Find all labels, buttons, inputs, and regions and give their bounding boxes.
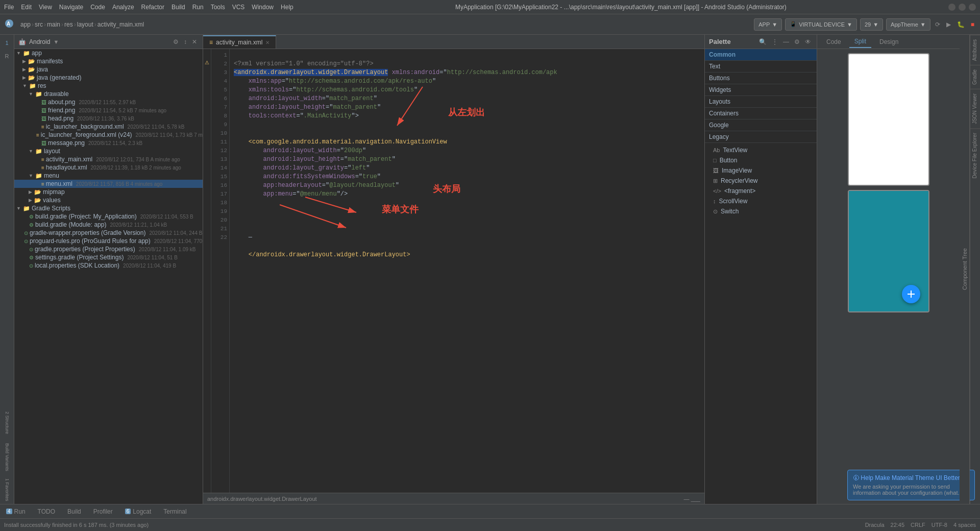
- panel-sort-btn[interactable]: ↕: [182, 38, 188, 46]
- tree-item-ic-fg-xml[interactable]: ≡ ic_launcher_foreground.xml (v24) 2020/…: [14, 131, 203, 139]
- palette-item-scrollview[interactable]: ↕ ScrollView: [705, 196, 817, 206]
- code-content[interactable]: <?xml version="1.0" encoding="utf-8"?> <…: [230, 49, 704, 493]
- tree-item-menu-folder[interactable]: ▼ 📁 menu: [14, 172, 203, 180]
- panel-close-btn[interactable]: ✕: [190, 38, 199, 46]
- preview-fab[interactable]: [902, 285, 920, 303]
- sidebar-icon-project[interactable]: 1: [1, 37, 13, 49]
- palette-cat-widgets[interactable]: Widgets: [705, 84, 817, 96]
- bottom-tab-run[interactable]: 4 Run: [4, 508, 28, 515]
- palette-cat-layouts[interactable]: Layouts: [705, 96, 817, 108]
- minimize-button[interactable]: —: [948, 4, 955, 11]
- palette-cat-buttons[interactable]: Buttons: [705, 73, 817, 84]
- maximize-button[interactable]: □: [959, 4, 966, 11]
- palette-cat-text[interactable]: Text: [705, 61, 817, 73]
- sync-btn[interactable]: ⟳: [934, 21, 942, 28]
- rv-tab-attributes[interactable]: Attributes: [970, 35, 980, 65]
- palette-minimize-btn[interactable]: —: [781, 38, 791, 46]
- breadcrumb-app[interactable]: app: [20, 21, 31, 28]
- rv-tab-gradle[interactable]: Gradle: [970, 65, 980, 89]
- palette-item-recyclerview[interactable]: ⊞ RecyclerView: [705, 176, 817, 186]
- menu-edit[interactable]: Edit: [21, 4, 32, 11]
- sidebar-icon-build[interactable]: Build Variants: [2, 439, 12, 475]
- run-config-btn[interactable]: APP ▼: [754, 18, 782, 31]
- tree-item-about-png[interactable]: 🖼 about.png 2020/8/12 11:55, 2.97 kB: [14, 98, 203, 106]
- tree-item-menu-xml[interactable]: ≡ menu.xml 2020/8/12 11:57, 816 B 4 minu…: [14, 180, 203, 188]
- tree-item-values[interactable]: ▶ 📂 values: [14, 196, 203, 204]
- tree-item-build-gradle-proj[interactable]: ⚙ build.gradle (Project: My_Application)…: [14, 212, 203, 221]
- close-button[interactable]: ✕: [969, 4, 976, 11]
- bottom-tab-terminal[interactable]: Terminal: [161, 508, 188, 515]
- tree-item-java-gen[interactable]: ▶ 📂 java (generated): [14, 74, 203, 82]
- palette-item-fragment[interactable]: </> <fragment>: [705, 186, 817, 196]
- sidebar-icon-favorites[interactable]: 1 Favorites: [2, 476, 12, 504]
- stop-btn[interactable]: ■: [969, 21, 976, 28]
- menu-code[interactable]: Code: [90, 4, 105, 11]
- tree-item-friend-png[interactable]: 🖼 friend.png 2020/8/12 11:54, 5.2 kB 7 m…: [14, 106, 203, 114]
- tree-item-layout-folder[interactable]: ▼ 📁 layout: [14, 147, 203, 155]
- sidebar-icon-structure[interactable]: 2 Structure: [2, 407, 12, 438]
- breadcrumb-file[interactable]: activity_main.xml: [97, 21, 144, 28]
- theme-btn[interactable]: AppTheme ▼: [886, 18, 930, 31]
- tree-item-res[interactable]: ▼ 📁 res: [14, 82, 203, 90]
- palette-menu-btn[interactable]: ⋮: [770, 38, 779, 46]
- tree-item-settings-gradle[interactable]: ⚙ settings.gradle (Project Settings) 202…: [14, 253, 203, 261]
- editor-tab-activity-main[interactable]: ≡ activity_main.xml ✕: [203, 35, 276, 49]
- palette-item-imageview[interactable]: 🖼 ImageView: [705, 165, 817, 176]
- tree-item-ic-bg-xml[interactable]: ≡ ic_launcher_background.xml 2020/8/12 1…: [14, 123, 203, 131]
- tree-item-gradle-scripts[interactable]: ▼ 📁 Gradle Scripts: [14, 204, 203, 212]
- palette-cat-common[interactable]: Common: [705, 49, 817, 61]
- breadcrumb-main[interactable]: main: [47, 21, 60, 28]
- menu-refactor[interactable]: Refactor: [141, 4, 164, 11]
- palette-eye-btn[interactable]: 👁: [803, 38, 813, 46]
- rv-tab-json[interactable]: JSON Viewer: [970, 89, 980, 128]
- menu-analyze[interactable]: Analyze: [112, 4, 134, 11]
- menu-window[interactable]: Window: [252, 4, 274, 11]
- tree-item-message-png[interactable]: 🖼 message.png 2020/8/12 11:54, 2.3 kB: [14, 139, 203, 147]
- rv-tab-device-files[interactable]: Device File Explorer: [970, 128, 980, 182]
- panel-gear-btn[interactable]: ⚙: [172, 38, 180, 46]
- api-level-btn[interactable]: 29 ▼: [860, 18, 883, 31]
- bottom-tab-todo[interactable]: TODO: [36, 508, 57, 515]
- palette-cat-legacy[interactable]: Legacy: [705, 131, 817, 143]
- breadcrumb-res[interactable]: res: [64, 21, 73, 28]
- tree-item-mipmap[interactable]: ▶ 📂 mipmap: [14, 188, 203, 196]
- breadcrumb-layout[interactable]: layout: [77, 21, 93, 28]
- menu-bar[interactable]: File Edit View Navigate Code Analyze Ref…: [4, 4, 293, 11]
- menu-tools[interactable]: Tools: [211, 4, 225, 11]
- palette-item-button[interactable]: □ Button: [705, 155, 817, 165]
- debug-btn[interactable]: 🐛: [955, 21, 966, 28]
- preview-tab-code[interactable]: Code: [821, 36, 846, 47]
- menu-navigate[interactable]: Navigate: [59, 4, 83, 11]
- tree-item-drawable[interactable]: ▼ 📁 drawable: [14, 90, 203, 98]
- tree-item-gradle-wrapper[interactable]: ⊙ gradle-wrapper.properties (Gradle Vers…: [14, 229, 203, 237]
- tree-item-headlayout[interactable]: ≡ headlayout.xml 2020/8/12 11:39, 1.18 k…: [14, 163, 203, 172]
- preview-tab-design[interactable]: Design: [874, 36, 903, 47]
- tree-item-java[interactable]: ▶ 📂 java: [14, 65, 203, 74]
- bottom-tab-build[interactable]: Build: [65, 508, 83, 515]
- menu-vcs[interactable]: VCS: [232, 4, 245, 11]
- component-tree-label[interactable]: Component Tree: [960, 35, 970, 504]
- palette-item-switch[interactable]: ⊙ Switch: [705, 206, 817, 216]
- tree-item-activity-main[interactable]: ≡ activity_main.xml 2020/8/12 12:01, 734…: [14, 155, 203, 163]
- menu-file[interactable]: File: [4, 4, 14, 11]
- palette-gear-btn[interactable]: ⚙: [793, 38, 801, 46]
- run-btn[interactable]: ▶: [945, 21, 952, 28]
- tree-item-proguard[interactable]: ⊙ proguard-rules.pro (ProGuard Rules for…: [14, 237, 203, 245]
- bottom-tab-logcat[interactable]: 6 Logcat: [123, 508, 154, 515]
- preview-tab-split[interactable]: Split: [849, 36, 871, 48]
- palette-search-btn[interactable]: 🔍: [757, 38, 768, 46]
- sidebar-icon-resource[interactable]: R: [1, 50, 13, 62]
- menu-view[interactable]: View: [39, 4, 52, 11]
- tree-item-app[interactable]: ▼ 📁 app: [14, 49, 203, 57]
- menu-help[interactable]: Help: [281, 4, 293, 11]
- tree-item-manifests[interactable]: ▶ 📂 manifests: [14, 57, 203, 65]
- tree-item-local-props[interactable]: ⊙ local.properties (SDK Location) 2020/8…: [14, 261, 203, 270]
- device-btn[interactable]: 📱 VIRTUAL DEVICE ▼: [785, 18, 857, 31]
- palette-cat-containers[interactable]: Containers: [705, 108, 817, 119]
- tree-item-build-gradle-app[interactable]: ⚙ build.gradle (Module: app) 2020/8/12 1…: [14, 221, 203, 229]
- palette-item-textview[interactable]: Ab TextView: [705, 145, 817, 155]
- palette-cat-google[interactable]: Google: [705, 119, 817, 131]
- breadcrumb-src[interactable]: src: [35, 21, 43, 28]
- menu-build[interactable]: Build: [172, 4, 185, 11]
- tree-item-gradle-props[interactable]: ⊙ gradle.properties (Project Properties)…: [14, 245, 203, 253]
